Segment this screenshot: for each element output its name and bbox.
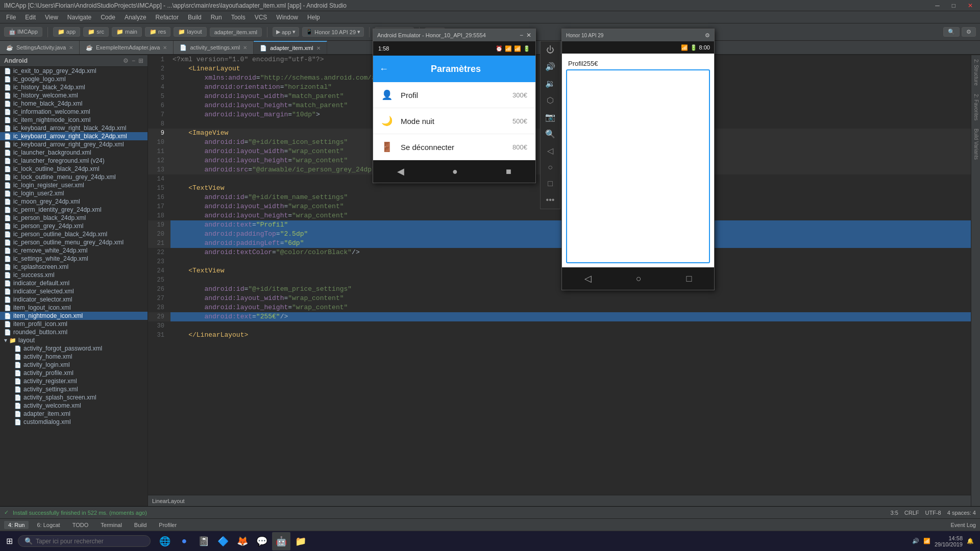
file-ic-person-outline-menu[interactable]: 📄ic_person_outline_menu_grey_24dp.xml: [0, 238, 148, 246]
taskbar-app-firefox[interactable]: 🦊: [233, 532, 252, 550]
file-ic-exit[interactable]: 📄ic_exit_to_app_grey_24dp.xml: [0, 67, 148, 75]
file-ic-login-user2[interactable]: 📄ic_login_user2.xml: [0, 189, 148, 197]
file-item-logout[interactable]: 📄item_logout_icon.xml: [0, 304, 148, 312]
main-btn[interactable]: 📁 main: [112, 27, 142, 37]
emu-screenshot-btn[interactable]: 📷: [545, 112, 555, 122]
file-ic-login-register[interactable]: 📄ic_login_register_user.xml: [0, 181, 148, 189]
phone-nav-back[interactable]: ◀: [397, 166, 404, 177]
file-activity-login[interactable]: 📄activity_login.xml: [0, 361, 148, 369]
file-ic-splashscreen[interactable]: 📄ic_splashscreen.xml: [0, 263, 148, 271]
run-tab-todo[interactable]: TODO: [68, 521, 93, 529]
phone2-nav-home[interactable]: ○: [636, 273, 642, 284]
file-ic-google[interactable]: 📄ic_google_logo.xml: [0, 75, 148, 83]
taskbar-app-explorer[interactable]: 📁: [291, 532, 310, 550]
phone-back-btn[interactable]: ←: [379, 64, 388, 74]
file-ic-perm-identity[interactable]: 📄ic_perm_identity_grey_24dp.xml: [0, 206, 148, 214]
menu-code[interactable]: Code: [96, 13, 119, 22]
menu-edit[interactable]: Edit: [21, 13, 40, 22]
taskbar-app-whatsapp[interactable]: 💬: [253, 532, 271, 550]
emu-volume-down-btn[interactable]: 🔉: [545, 79, 555, 88]
emulator-window-buttons[interactable]: − ✕: [520, 32, 531, 39]
file-ic-keyboard-right-black-2a[interactable]: 📄ic_keyboard_arrow_right_black_2Adp.xml: [0, 132, 148, 140]
taskbar-app-onenote[interactable]: 📓: [194, 532, 213, 550]
layout-btn[interactable]: 📁 layout: [174, 27, 206, 37]
menu-tools[interactable]: Tools: [227, 13, 250, 22]
file-activity-home[interactable]: 📄activity_home.xml: [0, 353, 148, 361]
emu-power-btn[interactable]: ⏻: [546, 45, 554, 55]
run-config-dropdown[interactable]: ▶ app ▾: [273, 27, 299, 37]
run-tab-terminal[interactable]: Terminal: [96, 521, 126, 529]
folder-layout[interactable]: ▾ 📁 layout: [0, 336, 148, 344]
search-btn[interactable]: 🔍: [943, 27, 960, 37]
run-tab-logcat[interactable]: 6: Logcat: [33, 521, 64, 529]
menu-navigate[interactable]: Navigate: [63, 13, 95, 22]
taskbar-notification-icon[interactable]: 🔔: [967, 538, 974, 544]
panel-structure[interactable]: 2: Structure: [971, 55, 980, 90]
taskbar-volume-icon[interactable]: 🔊: [912, 538, 919, 544]
phone-nav-square[interactable]: ■: [506, 166, 511, 177]
file-ic-lock-outline-menu[interactable]: 📄ic_lock_outline_menu_grey_24dp.xml: [0, 173, 148, 181]
res-btn[interactable]: 📁 res: [145, 27, 170, 37]
minimize-btn[interactable]: ─: [932, 2, 943, 9]
file-ic-keyboard-right-black[interactable]: 📄ic_keyboard_arrow_right_black_24dp.xml: [0, 124, 148, 132]
phone-list-item-profil[interactable]: 👤 Profil 300€: [373, 82, 535, 108]
file-ic-moon[interactable]: 📄ic_moon_grey_24dp.xml: [0, 197, 148, 206]
phone2-nav-back[interactable]: ◁: [584, 273, 592, 284]
sidebar-collapse-icon[interactable]: −: [132, 57, 135, 64]
phone2-nav-square[interactable]: □: [686, 273, 692, 284]
file-item-profil[interactable]: 📄item_profil_icon.xml: [0, 320, 148, 328]
tab-settings-activity[interactable]: ☕ SettingsActivity.java ✕: [0, 41, 80, 54]
emu-volume-up-btn[interactable]: 🔊: [545, 62, 555, 71]
menu-help[interactable]: Help: [303, 13, 324, 22]
file-ic-success[interactable]: 📄ic_success.xml: [0, 271, 148, 279]
file-item-nightmode[interactable]: 📄item_nightmode_icon.xml: [0, 312, 148, 320]
menu-run[interactable]: Run: [207, 13, 226, 22]
close-btn[interactable]: ✕: [965, 2, 976, 9]
menu-vcs[interactable]: VCS: [251, 13, 272, 22]
phone2-text-field[interactable]: [566, 69, 710, 263]
file-ic-remove[interactable]: 📄ic_remove_white_24dp.xml: [0, 246, 148, 255]
file-customdialog[interactable]: 📄customdialog.xml: [0, 418, 148, 426]
file-ic-keyboard-right-grey[interactable]: 📄ic_keyboard_arrow_right_grey_24dp.xml: [0, 140, 148, 148]
menu-refactor[interactable]: Refactor: [152, 13, 183, 22]
taskbar-app-chrome[interactable]: ●: [175, 532, 193, 550]
run-tab-profiler[interactable]: Profiler: [155, 521, 181, 529]
file-indicator-selected[interactable]: 📄indicator_selected.xml: [0, 287, 148, 295]
file-ic-person-black[interactable]: 📄ic_person_black_24dp.xml: [0, 214, 148, 222]
menu-view[interactable]: View: [41, 13, 62, 22]
file-activity-settings[interactable]: 📄activity_settings.xml: [0, 385, 148, 393]
start-button[interactable]: ⊞: [2, 534, 17, 548]
file-indicator-selector[interactable]: 📄indicator_selector.xml: [0, 295, 148, 304]
tab-close-1[interactable]: ✕: [69, 45, 73, 51]
file-adapter-item[interactable]: 📄adapter_item.xml: [0, 410, 148, 418]
emu-zoom-btn[interactable]: 🔍: [545, 129, 555, 139]
file-btn[interactable]: adapter_item.xml: [210, 28, 262, 37]
file-activity-forgot[interactable]: 📄activity_forgot_password.xml: [0, 344, 148, 353]
settings-btn[interactable]: ⚙: [962, 27, 976, 37]
menu-window[interactable]: Window: [272, 13, 302, 22]
file-ic-item-nightmode[interactable]: 📄ic_item_nightmode_icon.xml: [0, 116, 148, 124]
maximize-btn[interactable]: □: [949, 2, 959, 9]
file-ic-home[interactable]: 📄ic_home_black_24dp.xml: [0, 99, 148, 108]
sidebar-settings-icon[interactable]: ⚙: [123, 57, 129, 64]
tab-close-4[interactable]: ✕: [316, 45, 321, 51]
run-tab-build[interactable]: Build: [130, 521, 151, 529]
tab-exemple-adapter[interactable]: ☕ ExempleItemAdapter.java ✕: [80, 41, 174, 54]
event-log-btn[interactable]: Event Log: [950, 522, 976, 528]
file-ic-history-black[interactable]: 📄ic_history_black_24dp.xml: [0, 83, 148, 91]
file-indicator-default[interactable]: 📄indicator_default.xml: [0, 279, 148, 287]
tab-adapter-item[interactable]: 📄 adapter_item.xml ✕: [254, 41, 327, 54]
file-activity-profile[interactable]: 📄activity_profile.xml: [0, 369, 148, 377]
emu-back-btn[interactable]: ◁: [547, 146, 553, 156]
tab-close-3[interactable]: ✕: [243, 45, 247, 51]
taskbar-search-box[interactable]: 🔍: [18, 535, 151, 547]
imc-app-btn[interactable]: 🤖 IMCApp: [4, 27, 42, 37]
taskbar-app-phpstorm[interactable]: 🔷: [214, 532, 232, 550]
app-btn[interactable]: 📁 app: [53, 27, 80, 37]
menu-analyze[interactable]: Analyze: [120, 13, 151, 22]
taskbar-network-icon[interactable]: 📶: [923, 538, 930, 544]
search-input[interactable]: [36, 538, 128, 545]
file-ic-launcher-bg[interactable]: 📄ic_launcher_background.xml: [0, 148, 148, 157]
file-activity-welcome[interactable]: 📄activity_welcome.xml: [0, 402, 148, 410]
src-btn[interactable]: 📁 src: [83, 27, 109, 37]
